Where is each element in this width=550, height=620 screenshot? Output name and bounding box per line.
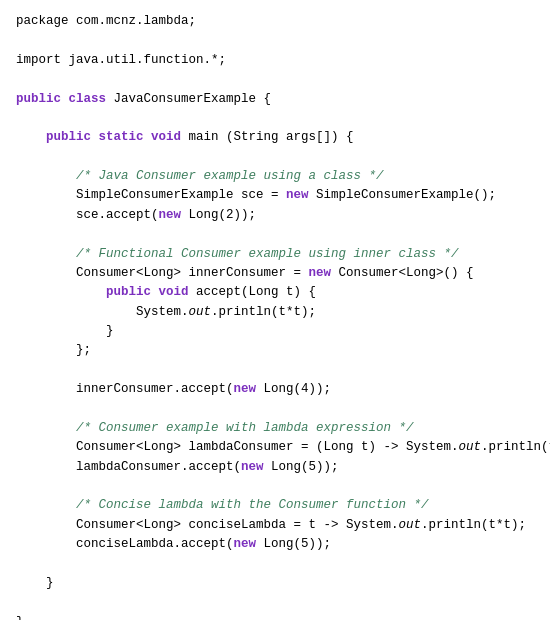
code-line: innerConsumer.accept(new Long(4)); [16, 380, 534, 399]
code-line: /* Consumer example with lambda expressi… [16, 419, 534, 438]
code-line: Consumer<Long> innerConsumer = new Consu… [16, 264, 534, 283]
code-line [16, 400, 534, 419]
code-token: main (String args[]) { [189, 130, 354, 144]
code-token: Consumer<Long> conciseLambda = t -> Syst… [16, 518, 399, 532]
code-token: } [16, 324, 114, 338]
code-token [16, 247, 76, 261]
code-token: sce.accept( [16, 208, 159, 222]
code-token [16, 285, 106, 299]
code-token: } [16, 615, 24, 620]
code-token: out [459, 440, 482, 454]
code-line [16, 31, 534, 50]
code-line: public void accept(Long t) { [16, 283, 534, 302]
code-line: lambdaConsumer.accept(new Long(5)); [16, 458, 534, 477]
code-token: new [241, 460, 271, 474]
code-line: public class JavaConsumerExample { [16, 90, 534, 109]
code-token [16, 169, 76, 183]
code-token: /* Consumer example with lambda expressi… [76, 421, 414, 435]
code-token: class [69, 92, 114, 106]
code-token: .println(t*t); [421, 518, 526, 532]
code-token: Consumer<Long>() { [339, 266, 474, 280]
code-token: lambdaConsumer.accept( [16, 460, 241, 474]
code-token: public [16, 92, 69, 106]
code-token: new [159, 208, 189, 222]
code-token: new [234, 537, 264, 551]
code-line [16, 555, 534, 574]
code-token: Consumer<Long> lambdaConsumer = (Long t)… [16, 440, 459, 454]
code-token: Long(4)); [264, 382, 332, 396]
code-line [16, 109, 534, 128]
code-token: void [151, 130, 189, 144]
code-token: /* Functional Consumer example using inn… [76, 247, 459, 261]
code-line: package com.mcnz.lambda; [16, 12, 534, 31]
code-token: accept(Long t) { [196, 285, 316, 299]
code-line: sce.accept(new Long(2)); [16, 206, 534, 225]
code-token: new [309, 266, 339, 280]
code-token: out [189, 305, 212, 319]
code-token: Long(5)); [264, 537, 332, 551]
code-line: System.out.println(t*t); [16, 303, 534, 322]
code-line [16, 361, 534, 380]
code-line: /* Concise lambda with the Consumer func… [16, 496, 534, 515]
code-line: /* Functional Consumer example using inn… [16, 245, 534, 264]
code-line: } [16, 322, 534, 341]
code-token: void [159, 285, 197, 299]
code-line [16, 593, 534, 612]
code-token: public [46, 130, 99, 144]
code-line: public static void main (String args[]) … [16, 128, 534, 147]
code-token [16, 130, 46, 144]
code-token: } [16, 576, 54, 590]
code-token: public [106, 285, 159, 299]
code-line: SimpleConsumerExample sce = new SimpleCo… [16, 186, 534, 205]
code-token: /* Concise lambda with the Consumer func… [76, 498, 429, 512]
code-token: out [399, 518, 422, 532]
code-token: import java.util.function.*; [16, 53, 226, 67]
code-token [16, 421, 76, 435]
code-line: import java.util.function.*; [16, 51, 534, 70]
code-token: /* Java Consumer example using a class *… [76, 169, 384, 183]
code-token: innerConsumer.accept( [16, 382, 234, 396]
code-editor: package com.mcnz.lambda; import java.uti… [0, 0, 550, 620]
code-token: .println(t*t); [211, 305, 316, 319]
code-token: package com.mcnz.lambda; [16, 14, 196, 28]
code-line [16, 148, 534, 167]
code-token: SimpleConsumerExample sce = [16, 188, 286, 202]
code-token: SimpleConsumerExample(); [316, 188, 496, 202]
code-line: }; [16, 341, 534, 360]
code-token: Consumer<Long> innerConsumer = [16, 266, 309, 280]
code-line: Consumer<Long> lambdaConsumer = (Long t)… [16, 438, 534, 457]
code-line: conciseLambda.accept(new Long(5)); [16, 535, 534, 554]
code-line [16, 477, 534, 496]
code-token: System. [16, 305, 189, 319]
code-line [16, 70, 534, 89]
code-token: conciseLambda.accept( [16, 537, 234, 551]
code-token: }; [16, 343, 91, 357]
code-line: } [16, 613, 534, 620]
code-token: .println(t*t); [481, 440, 550, 454]
code-token: Long(5)); [271, 460, 339, 474]
code-line [16, 225, 534, 244]
code-token [16, 498, 76, 512]
code-token: new [234, 382, 264, 396]
code-token: static [99, 130, 152, 144]
code-line: /* Java Consumer example using a class *… [16, 167, 534, 186]
code-token: Long(2)); [189, 208, 257, 222]
code-token: JavaConsumerExample { [114, 92, 272, 106]
code-token: new [286, 188, 316, 202]
code-line: } [16, 574, 534, 593]
code-line: Consumer<Long> conciseLambda = t -> Syst… [16, 516, 534, 535]
